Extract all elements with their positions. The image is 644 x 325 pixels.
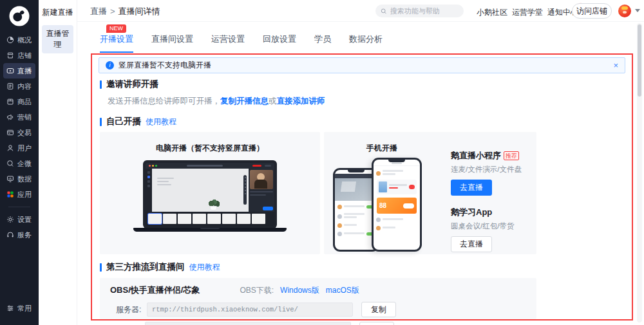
apps-icon <box>6 190 14 198</box>
webcam-thumbnail <box>250 170 273 189</box>
section-bar <box>100 80 102 89</box>
add-teacher-link[interactable]: 直接添加讲师 <box>277 97 325 106</box>
sidebar-item-frequent[interactable]: 常用 <box>3 301 35 316</box>
secondary-sidebar: 新建直播 直播管理 <box>39 0 77 325</box>
product-card-illustration <box>377 180 417 194</box>
sidebar-item-label: 店铺 <box>17 51 32 60</box>
sidebar-item-live[interactable]: 直播 <box>3 63 35 79</box>
top-header: 直播>直播间详情 小鹅社区 运营学堂 通知中心 4 访问店铺 <box>77 0 644 22</box>
sidebar-item-label: 直播 <box>17 66 32 76</box>
scrollbar-track[interactable] <box>637 23 642 322</box>
tab-label: 数据分析 <box>349 34 383 44</box>
go-live-miniprogram-button[interactable]: 去直播 <box>451 180 492 196</box>
scrollbar-thumb[interactable] <box>638 24 641 97</box>
tab-room-settings[interactable]: 直播间设置 <box>151 33 193 53</box>
laptop-illustration <box>133 160 287 232</box>
sidebar-item-shop[interactable]: 店铺 <box>3 48 35 63</box>
sidebar-item-settings[interactable]: 设置 <box>3 212 35 227</box>
tab-replay-settings[interactable]: 回放设置 <box>263 33 296 53</box>
sidebar-item-label: 常用 <box>17 304 32 313</box>
sidebar-item-data[interactable]: 数据 <box>3 171 35 187</box>
copy-stream-key-button[interactable]: 复制 <box>359 322 394 325</box>
sidebar-item-apps[interactable]: 应用 <box>3 187 35 202</box>
tab-broadcast-settings[interactable]: NEW 开播设置 <box>100 33 133 53</box>
sidebar-item-goods[interactable]: 商品 <box>3 94 35 109</box>
sidebar-item-label: 数据 <box>17 174 32 184</box>
search-icon <box>381 8 387 15</box>
breadcrumb-separator: > <box>110 6 115 16</box>
obs-downloads: OBS下载: Windows版 macOS版 <box>240 285 359 296</box>
sidebar-item-label: 交易 <box>17 128 32 138</box>
obs-macos-link[interactable]: macOS版 <box>326 285 359 296</box>
invite-desc-text: 发送开播信息给讲师即可开播， <box>108 97 220 106</box>
goose-logo-icon[interactable] <box>8 5 30 27</box>
alert-text: 竖屏直播暂不支持电脑开播 <box>118 60 211 71</box>
sidebar-item-label: 服务 <box>17 230 32 240</box>
copy-broadcast-info-link[interactable]: 复制开播信息 <box>220 97 269 106</box>
app-name: 鹅学习App <box>451 207 532 218</box>
sidebar-item-users[interactable]: 用户 <box>3 140 35 156</box>
info-alert: i 竖屏直播暂不支持电脑开播 × <box>99 57 625 73</box>
headset-icon <box>6 231 14 239</box>
sidebar-item-overview[interactable]: 概况 <box>3 32 35 48</box>
section-heading: 自己开播 <box>106 116 141 127</box>
sidebar-item-marketing[interactable]: 营销 <box>3 109 35 125</box>
sidebar-item-wecom[interactable]: 企微 <box>3 156 35 171</box>
stream-key-input[interactable] <box>145 322 351 325</box>
tab-label: 回放设置 <box>263 34 296 44</box>
sidebar-item-trade[interactable]: 交易 <box>3 125 35 140</box>
breadcrumb-section[interactable]: 直播 <box>90 6 107 16</box>
wecom-icon <box>6 160 14 167</box>
search-input[interactable] <box>390 7 459 15</box>
content-icon <box>6 82 14 90</box>
sidebar-item-label: 概况 <box>17 35 32 45</box>
sidebar-item-label: 企微 <box>17 159 32 169</box>
global-search[interactable] <box>375 5 464 17</box>
obs-card: OBS/快手直播伴侣/芯象 OBS下载: Windows版 macOS版 服务器… <box>100 278 536 319</box>
chevron-down-icon[interactable] <box>635 9 640 12</box>
section-heading: 第三方推流到直播间 <box>106 261 185 273</box>
or-text: 或 <box>269 97 277 106</box>
link-community[interactable]: 小鹅社区 <box>477 7 507 18</box>
thirdparty-tutorial-link[interactable]: 使用教程 <box>189 262 220 273</box>
section-heading: 邀请讲师开播 <box>106 79 158 90</box>
sidebar-item-service[interactable]: 服务 <box>3 227 35 243</box>
new-live-button[interactable]: 新建直播 <box>41 7 74 18</box>
new-badge: NEW <box>106 24 126 33</box>
live-camera-icon <box>6 67 14 75</box>
selflive-tutorial-link[interactable]: 使用教程 <box>146 116 176 127</box>
phone-right-illustration: 88 <box>372 158 422 252</box>
server-url-input[interactable] <box>147 302 353 317</box>
invite-description: 发送开播信息给讲师即可开播，复制开播信息或直接添加讲师 <box>108 96 325 107</box>
pc-card-title: 电脑开播（暂不支持竖屏直播） <box>100 132 320 154</box>
sidebar-item-label: 商品 <box>17 97 32 107</box>
pc-broadcast-card: 电脑开播（暂不支持竖屏直播） <box>100 132 320 254</box>
data-icon <box>6 175 14 183</box>
tab-label: 开播设置 <box>100 34 133 44</box>
sliders-icon <box>6 304 14 312</box>
sidebar-divider <box>8 207 30 207</box>
avatar[interactable] <box>618 5 631 17</box>
visit-shop-button[interactable]: 访问店铺 <box>572 3 612 19</box>
tab-label: 运营设置 <box>211 34 245 44</box>
tab-students[interactable]: 学员 <box>314 33 331 53</box>
obs-title: OBS/快手直播伴侣/芯象 <box>110 284 200 296</box>
tab-analytics[interactable]: 数据分析 <box>349 33 383 53</box>
sidebar-item-content[interactable]: 内容 <box>3 79 35 94</box>
go-live-app-button[interactable]: 去直播 <box>451 236 492 252</box>
primary-nav: 概况 店铺 直播 内容 商品 营销 <box>3 32 35 243</box>
mobile-options: 鹅直播小程序 推荐 连麦/文件演示/文件盘 去直播 鹅学习App 圆桌会议/红包… <box>451 150 532 252</box>
phones-illustration: 88 <box>333 158 436 253</box>
obs-download-label: OBS下载: <box>240 285 274 296</box>
mini-program-features: 连麦/文件演示/文件盘 <box>451 165 532 174</box>
copy-server-button[interactable]: 复制 <box>361 302 396 317</box>
mini-program-name: 鹅直播小程序 推荐 <box>451 150 532 162</box>
close-icon[interactable]: × <box>613 61 618 70</box>
sidebar-item-label: 应用 <box>17 190 32 200</box>
link-academy[interactable]: 运营学堂 <box>512 7 543 18</box>
app-window: 概况 店铺 直播 内容 商品 营销 <box>0 0 644 325</box>
obs-windows-link[interactable]: Windows版 <box>280 285 319 296</box>
sidebar-item-live-manage[interactable]: 直播管理 <box>42 25 73 53</box>
tab-operation-settings[interactable]: 运营设置 <box>211 33 245 53</box>
thirdparty-section-title: 第三方推流到直播间 使用教程 <box>100 261 220 273</box>
